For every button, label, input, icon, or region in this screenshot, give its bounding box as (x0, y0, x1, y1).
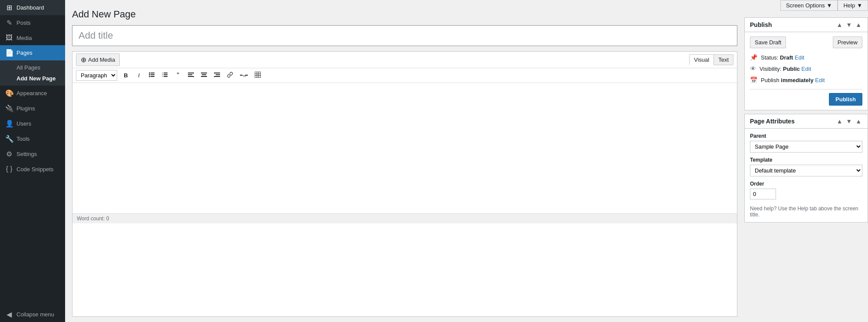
svg-rect-20 (214, 76, 220, 77)
publish-time-edit-link[interactable]: Edit (815, 77, 825, 83)
media-icon: 🖼 (5, 34, 13, 42)
parent-field: Parent Sample Page (750, 133, 862, 157)
users-icon: 👤 (5, 120, 13, 128)
svg-rect-1 (151, 74, 155, 75)
svg-rect-8 (164, 76, 168, 77)
sidebar-item-add-new-page[interactable]: Add New Page (0, 73, 65, 84)
pages-icon: 📄 (5, 49, 13, 57)
sidebar-item-plugins[interactable]: 🔌 Plugins (0, 101, 65, 116)
svg-rect-14 (188, 76, 194, 77)
order-label: Order (750, 181, 862, 187)
preview-button[interactable]: Preview (833, 37, 862, 48)
attributes-collapse-down-button[interactable]: ▼ (845, 118, 853, 125)
appearance-icon: 🎨 (5, 89, 13, 97)
add-media-label: Add Media (88, 56, 115, 63)
link-button[interactable] (224, 70, 236, 81)
status-edit-link[interactable]: Edit (795, 54, 804, 61)
editor-tabs: Visual Text (689, 54, 733, 65)
screen-options-label: Screen Options (786, 2, 825, 9)
save-draft-button[interactable]: Save Draft (750, 37, 786, 48)
align-center-icon (201, 72, 207, 78)
paragraph-select[interactable]: Paragraph (76, 70, 117, 81)
editor-container: ⊕ Add Media Visual Text Paragraph B I (72, 51, 737, 317)
unordered-list-button[interactable] (146, 70, 158, 81)
svg-rect-16 (202, 74, 206, 75)
screen-options-button[interactable]: Screen Options ▼ (780, 0, 838, 11)
publish-button[interactable]: Publish (829, 93, 862, 106)
calendar-icon: 📅 (750, 76, 757, 83)
ordered-list-button[interactable]: 123 (159, 70, 171, 81)
collapse-menu-button[interactable]: ◀ Collapse menu (0, 307, 65, 322)
table-button[interactable] (252, 70, 264, 81)
publish-collapse-down-button[interactable]: ▼ (845, 21, 853, 28)
publish-metabox-controls: ▲ ▼ ▲ (835, 21, 862, 28)
svg-rect-13 (188, 74, 192, 75)
svg-rect-18 (214, 73, 220, 73)
sidebar-item-all-pages[interactable]: All Pages (0, 62, 65, 73)
sidebar-item-dashboard[interactable]: ⊞ Dashboard (0, 0, 65, 15)
align-left-button[interactable] (185, 70, 197, 81)
attributes-collapse-up-button[interactable]: ▲ (835, 118, 843, 125)
table-icon (255, 72, 261, 78)
status-pin-icon: 📌 (750, 54, 757, 61)
svg-rect-0 (151, 73, 155, 73)
visibility-label: Visibility: Public Edit (760, 66, 811, 72)
svg-rect-19 (216, 74, 220, 75)
sidebar-item-label: Plugins (16, 105, 35, 112)
sidebar-item-media[interactable]: 🖼 Media (0, 30, 65, 45)
main-content: Add New Page ⊕ Add Media Visual Text Par… (65, 0, 744, 322)
tab-visual[interactable]: Visual (689, 54, 713, 65)
editor-toolbar-top: ⊕ Add Media Visual Text (72, 52, 737, 68)
order-input[interactable] (750, 189, 776, 199)
sidebar-item-code-snippets[interactable]: { } Code Snippets (0, 162, 65, 176)
align-right-button[interactable] (211, 70, 223, 81)
svg-rect-17 (201, 76, 207, 77)
attributes-close-button[interactable]: ▲ (855, 118, 862, 125)
sidebar-item-label: Settings (16, 151, 37, 157)
sidebar-item-label: Tools (16, 136, 30, 142)
svg-point-4 (149, 74, 150, 76)
bold-button[interactable]: B (120, 70, 132, 80)
more-tag-button[interactable]: m (237, 70, 251, 80)
italic-button[interactable]: I (133, 70, 145, 80)
editor-body[interactable] (72, 83, 737, 213)
publish-time-label: Publish immediately Edit (761, 77, 825, 83)
parent-select[interactable]: Sample Page (750, 141, 862, 153)
sidebar-item-label: Pages (16, 50, 33, 56)
svg-rect-7 (164, 74, 168, 75)
sidebar-item-settings[interactable]: ⚙ Settings (0, 146, 65, 162)
visibility-edit-link[interactable]: Edit (802, 66, 811, 72)
order-field: Order (750, 181, 862, 204)
sidebar-item-users[interactable]: 👤 Users (0, 116, 65, 131)
list-ul-icon (149, 72, 155, 78)
sidebar-item-tools[interactable]: 🔧 Tools (0, 131, 65, 146)
blockquote-button[interactable]: " (172, 70, 184, 81)
tab-text[interactable]: Text (713, 54, 733, 65)
sidebar-item-pages[interactable]: 📄 Pages (0, 45, 65, 60)
plugins-icon: 🔌 (5, 104, 13, 113)
svg-point-5 (149, 76, 150, 77)
tools-icon: 🔧 (5, 135, 13, 143)
page-attributes-title: Page Attributes (750, 118, 795, 125)
sidebar: ⊞ Dashboard ✎ Posts 🖼 Media 📄 Pages All … (0, 0, 65, 322)
parent-label: Parent (750, 133, 862, 139)
sidebar-item-label: Dashboard (16, 4, 44, 11)
help-button[interactable]: Help ▼ (838, 0, 868, 11)
sidebar-item-label: Appearance (16, 90, 47, 96)
status-label: Status: Draft Edit (761, 54, 804, 61)
sidebar-item-appearance[interactable]: 🎨 Appearance (0, 86, 65, 101)
editor-footer: Word count: 0 (72, 213, 737, 223)
template-select[interactable]: Default template (750, 165, 862, 176)
add-media-button[interactable]: ⊕ Add Media (76, 53, 120, 66)
settings-icon: ⚙ (5, 150, 13, 158)
page-title-input[interactable] (72, 25, 737, 46)
collapse-icon: ◀ (5, 310, 13, 319)
svg-point-3 (149, 73, 150, 74)
publish-metabox-title: Publish (750, 21, 772, 28)
word-count-label: Word count: 0 (77, 216, 109, 222)
publish-collapse-up-button[interactable]: ▲ (835, 21, 843, 28)
page-attributes-controls: ▲ ▼ ▲ (835, 118, 862, 125)
sidebar-item-posts[interactable]: ✎ Posts (0, 15, 65, 30)
publish-close-button[interactable]: ▲ (855, 21, 862, 28)
align-center-button[interactable] (198, 70, 210, 81)
